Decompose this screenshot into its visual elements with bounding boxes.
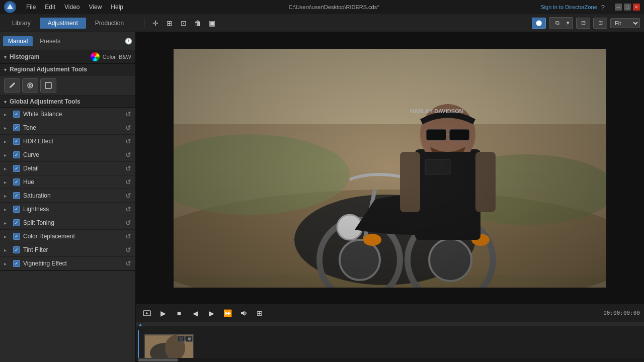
bw-mode-btn[interactable]: B&W xyxy=(119,54,131,60)
check-tone[interactable] xyxy=(13,124,20,131)
check-saturation[interactable] xyxy=(13,192,20,199)
app-logo xyxy=(4,1,16,13)
adj-curve[interactable]: ▸ Curve ↺ xyxy=(0,148,135,162)
label-tint-filter: Tint Filter xyxy=(23,246,125,253)
adj-tone[interactable]: ▸ Tone ↺ xyxy=(0,121,135,135)
zoom-select[interactable]: Fit 25% 50% 100% xyxy=(610,18,640,28)
markers-btn[interactable]: ⊞ xyxy=(253,306,267,320)
tool-select[interactable]: ✛ xyxy=(148,17,163,29)
label-hdr: HDR Effect xyxy=(23,138,125,145)
title-bar-left: File Edit Video View Help xyxy=(4,1,127,13)
adj-split-toning[interactable]: ▸ Split Toning ↺ xyxy=(0,216,135,230)
view-color-btn[interactable]: ⬤ xyxy=(532,18,546,29)
check-vignetting[interactable] xyxy=(13,260,20,267)
color-wheel-icon[interactable] xyxy=(91,52,100,61)
maximize-button[interactable]: □ xyxy=(624,4,631,11)
color-mode-btn[interactable]: Color xyxy=(103,54,116,60)
step-back-btn[interactable]: ◀ xyxy=(188,306,202,320)
tool-compare[interactable]: ▣ xyxy=(205,17,219,29)
timeline-area: ▲ ⬛ ▦ xyxy=(136,322,644,362)
check-detail[interactable] xyxy=(13,165,20,172)
reset-white-balance[interactable]: ↺ xyxy=(125,110,131,118)
tab-adjustment[interactable]: Adjustment xyxy=(40,18,86,29)
view-before-after[interactable]: ⊟ xyxy=(576,18,590,29)
reset-lightness[interactable]: ↺ xyxy=(125,205,131,213)
adj-detail[interactable]: ▸ Detail ↺ xyxy=(0,162,135,175)
tool-delete[interactable]: 🗑 xyxy=(191,17,205,29)
reset-vignetting[interactable]: ↺ xyxy=(125,259,131,267)
check-white-balance[interactable] xyxy=(13,111,20,118)
tool-mask[interactable]: ⊞ xyxy=(163,17,177,29)
adj-hdr[interactable]: ▸ HDR Effect ↺ xyxy=(0,135,135,148)
reset-tint-filter[interactable]: ↺ xyxy=(125,246,131,254)
reset-tone[interactable]: ↺ xyxy=(125,124,131,132)
view-dropdown[interactable]: ▾ xyxy=(565,18,572,29)
play-btn[interactable]: ▶ xyxy=(156,306,170,320)
svg-rect-3 xyxy=(45,82,51,88)
tab-production[interactable]: Production xyxy=(87,18,132,29)
adj-vignetting[interactable]: ▸ Vignetting Effect ↺ xyxy=(0,257,135,270)
histogram-arrow: ▾ xyxy=(4,54,7,60)
time-display: 00;00;00;00 xyxy=(603,310,640,316)
menu-file[interactable]: File xyxy=(22,3,40,12)
reset-saturation[interactable]: ↺ xyxy=(125,192,131,200)
check-hdr[interactable] xyxy=(13,138,20,145)
panel-tab-presets[interactable]: Presets xyxy=(35,36,65,46)
reset-hdr[interactable]: ↺ xyxy=(125,137,131,145)
label-detail: Detail xyxy=(23,165,125,172)
reset-detail[interactable]: ↺ xyxy=(125,164,131,172)
reset-hue[interactable]: ↺ xyxy=(125,178,131,186)
check-hue[interactable] xyxy=(13,178,20,186)
close-button[interactable]: ✕ xyxy=(633,4,640,11)
check-tint-filter[interactable] xyxy=(13,246,20,253)
timeline-scrollbar[interactable] xyxy=(136,358,644,362)
menu-help[interactable]: Help xyxy=(107,3,127,12)
expand-lightness: ▸ xyxy=(4,207,11,212)
transport-bar: ▼ ▶ ■ ◀ ▶ ⏩ ⊞ 00;00;00;00 xyxy=(136,304,644,322)
help-icon[interactable]: ? xyxy=(601,4,605,11)
menu-video[interactable]: Video xyxy=(60,3,84,12)
reset-curve[interactable]: ↺ xyxy=(125,151,131,159)
adj-white-balance[interactable]: ▸ White Balance ↺ xyxy=(0,108,135,121)
histogram-header[interactable]: ▾ Histogram Color B&W xyxy=(0,50,135,64)
adj-lightness[interactable]: ▸ Lightness ↺ xyxy=(0,203,135,216)
title-bar: File Edit Video View Help C:\Users\user\… xyxy=(0,0,644,14)
global-header[interactable]: ▾ Global Adjustment Tools xyxy=(0,96,135,108)
view-waveform[interactable]: ⧉ xyxy=(550,18,565,29)
regional-adjustment-section: ▾ Regional Adjustment Tools xyxy=(0,64,135,96)
volume-btn[interactable] xyxy=(236,306,251,320)
check-lightness[interactable] xyxy=(13,206,20,213)
menu-edit[interactable]: Edit xyxy=(41,3,59,12)
global-arrow: ▾ xyxy=(4,99,7,105)
playlist-btn[interactable] xyxy=(140,306,154,320)
view-fullscreen[interactable]: ⊡ xyxy=(593,18,607,29)
tab-library[interactable]: Library xyxy=(4,18,39,29)
check-color-replacement[interactable] xyxy=(13,233,20,240)
check-curve[interactable] xyxy=(13,151,20,158)
adj-color-replacement[interactable]: ▸ Color Replacement ↺ xyxy=(0,230,135,243)
reset-color-replacement[interactable]: ↺ xyxy=(125,232,131,240)
fast-forward-btn[interactable]: ⏩ xyxy=(220,306,234,320)
sign-in-link[interactable]: Sign in to DirectorZone xyxy=(540,4,597,10)
minimize-button[interactable]: ─ xyxy=(615,4,622,11)
regional-header[interactable]: ▾ Regional Adjustment Tools xyxy=(0,64,135,75)
menu-view[interactable]: View xyxy=(85,3,106,12)
scrollbar-thumb[interactable] xyxy=(138,358,178,361)
step-forward-btn[interactable]: ▶ xyxy=(204,306,218,320)
check-split-toning[interactable] xyxy=(13,219,20,226)
panel-toolbar: Manual Presets 🕐 xyxy=(0,32,135,50)
reset-split-toning[interactable]: ↺ xyxy=(125,219,131,227)
stop-btn[interactable]: ■ xyxy=(172,306,186,320)
svg-rect-27 xyxy=(174,49,606,288)
tool-brush[interactable] xyxy=(4,78,20,93)
title-right: Sign in to DirectorZone ? ─ □ ✕ xyxy=(540,4,640,11)
panel-tab-manual[interactable]: Manual xyxy=(3,36,33,46)
tool-crop[interactable]: ⊡ xyxy=(177,17,191,29)
adj-hue[interactable]: ▸ Hue ↺ xyxy=(0,175,135,189)
tool-radial[interactable] xyxy=(22,78,38,93)
adj-saturation[interactable]: ▸ Saturation ↺ xyxy=(0,189,135,203)
expand-tone: ▸ xyxy=(4,125,11,131)
adj-tint-filter[interactable]: ▸ Tint Filter ↺ xyxy=(0,243,135,257)
tool-gradient[interactable] xyxy=(40,78,56,93)
history-icon[interactable]: 🕐 xyxy=(125,38,132,45)
